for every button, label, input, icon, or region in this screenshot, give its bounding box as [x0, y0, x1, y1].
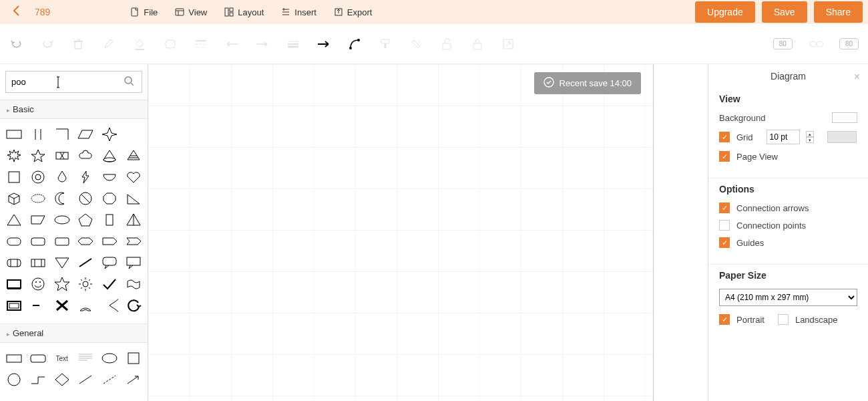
shape-bolt[interactable]: [76, 168, 96, 186]
undo-button[interactable]: [9, 37, 24, 51]
shape-sun[interactable]: [76, 275, 96, 293]
back-button[interactable]: [5, 5, 28, 20]
shape-triangle[interactable]: [4, 211, 24, 229]
waypoint-button[interactable]: [347, 37, 362, 51]
grid-color-swatch[interactable]: [827, 131, 857, 143]
background-swatch[interactable]: [832, 112, 857, 123]
grid-spinner[interactable]: ▴▾: [806, 131, 814, 143]
link-value-right[interactable]: 80: [839, 38, 859, 49]
shape-callout-round[interactable]: [99, 254, 120, 271]
shape-drop[interactable]: [52, 168, 72, 186]
menu-file[interactable]: File: [130, 7, 158, 17]
shape-ticket2[interactable]: [28, 254, 48, 271]
shape-octagon[interactable]: [99, 190, 120, 207]
link-icon[interactable]: [809, 37, 823, 51]
category-general[interactable]: General: [0, 323, 148, 343]
shape-box-cross[interactable]: [52, 147, 72, 164]
shape-line-diag[interactable]: [76, 254, 96, 271]
link-value-left[interactable]: 80: [773, 38, 793, 49]
shape-no-entry[interactable]: [76, 190, 96, 207]
clear-format-button[interactable]: [409, 37, 423, 51]
shape-burst[interactable]: [4, 147, 24, 164]
shape-pentagon[interactable]: [76, 211, 96, 229]
gshape-rounded[interactable]: [28, 350, 48, 367]
shape-frame[interactable]: [4, 297, 24, 314]
expand-button[interactable]: [501, 37, 515, 51]
fill-drop-button[interactable]: [132, 37, 147, 51]
shape-wave-flag[interactable]: [124, 275, 144, 293]
shape-screen[interactable]: [4, 275, 24, 293]
gshape-square[interactable]: [124, 350, 144, 367]
shape-tag-notch[interactable]: [124, 233, 144, 250]
arrow-right-button[interactable]: [316, 37, 331, 51]
shapes-scroll[interactable]: Basic: [0, 100, 148, 401]
guides-checkbox[interactable]: ✓: [719, 237, 730, 248]
shape-oval-burst[interactable]: [28, 190, 48, 207]
shape-refresh[interactable]: [124, 297, 144, 314]
grid-checkbox[interactable]: ✓: [719, 132, 730, 142]
gshape-ellipse[interactable]: [99, 350, 120, 367]
shape-pac[interactable]: [99, 297, 120, 314]
gshape-text[interactable]: Text: [52, 350, 72, 367]
redo-button[interactable]: [40, 37, 55, 51]
close-icon[interactable]: ×: [854, 71, 860, 83]
shape-rounded2[interactable]: [28, 233, 48, 250]
gshape-diamond[interactable]: [52, 371, 72, 388]
shape-smiley[interactable]: [28, 275, 48, 293]
gshape-arrow[interactable]: [124, 371, 144, 388]
shape-moon[interactable]: [52, 190, 72, 207]
shape-cube[interactable]: [4, 190, 24, 207]
gshape-dashed[interactable]: [99, 371, 120, 388]
shape-cone[interactable]: [99, 147, 120, 164]
shape-star4[interactable]: [99, 126, 120, 143]
shape-callout[interactable]: [124, 254, 144, 271]
shape-tri-down[interactable]: [52, 254, 72, 271]
gshape-step[interactable]: [28, 371, 48, 388]
arrow-right2-button[interactable]: [255, 37, 270, 51]
grid-size-input[interactable]: [767, 130, 800, 144]
landscape-checkbox[interactable]: [778, 314, 789, 325]
shape-right-triangle[interactable]: [124, 190, 144, 207]
shape-donut[interactable]: [28, 168, 48, 186]
search-icon[interactable]: [124, 76, 134, 88]
line-style-button[interactable]: [194, 37, 208, 51]
shape-search-input[interactable]: [5, 71, 142, 93]
menu-insert[interactable]: Insert: [281, 7, 316, 17]
line-weight-button[interactable]: [286, 37, 300, 51]
gshape-line[interactable]: [76, 371, 96, 388]
document-title[interactable]: 789: [35, 7, 50, 17]
shape-cloud[interactable]: [76, 147, 96, 164]
edit-button[interactable]: [101, 37, 116, 51]
shape-ellipse[interactable]: [52, 211, 72, 229]
shape-pyramid[interactable]: [124, 211, 144, 229]
upgrade-button[interactable]: Upgrade: [695, 1, 755, 23]
conn-arrows-checkbox[interactable]: ✓: [719, 203, 730, 213]
shape-parallelogram[interactable]: [76, 126, 96, 143]
shape-cone-hatch[interactable]: [124, 147, 144, 164]
arrow-left-button[interactable]: [224, 37, 239, 51]
shape-lines-v[interactable]: [28, 126, 48, 143]
shape-ticket[interactable]: [4, 254, 24, 271]
shape-rect-narrow[interactable]: [99, 211, 120, 229]
share-button[interactable]: Share: [814, 1, 863, 23]
category-basic[interactable]: Basic: [0, 100, 148, 119]
conn-points-checkbox[interactable]: [719, 220, 730, 231]
shape-rounded[interactable]: [4, 233, 24, 250]
shape-minus[interactable]: [28, 297, 48, 314]
shape-star-outline[interactable]: [52, 275, 72, 293]
pageview-checkbox[interactable]: ✓: [719, 151, 730, 162]
shape-x[interactable]: [52, 297, 72, 314]
rounded-button[interactable]: [163, 37, 178, 51]
menu-view[interactable]: View: [175, 7, 207, 17]
shape-corner[interactable]: [52, 126, 72, 143]
lock-open-button[interactable]: [439, 37, 454, 51]
lock-closed-button[interactable]: [470, 37, 485, 51]
delete-button[interactable]: [71, 37, 85, 51]
shape-trapezoid2[interactable]: [28, 211, 48, 229]
portrait-checkbox[interactable]: ✓: [719, 314, 730, 325]
shape-hexagon-h[interactable]: [76, 233, 96, 250]
menu-layout[interactable]: Layout: [224, 7, 264, 17]
canvas[interactable]: Recent save 14:00: [148, 64, 708, 401]
shape-square[interactable]: [4, 168, 24, 186]
menu-export[interactable]: Export: [334, 7, 373, 17]
